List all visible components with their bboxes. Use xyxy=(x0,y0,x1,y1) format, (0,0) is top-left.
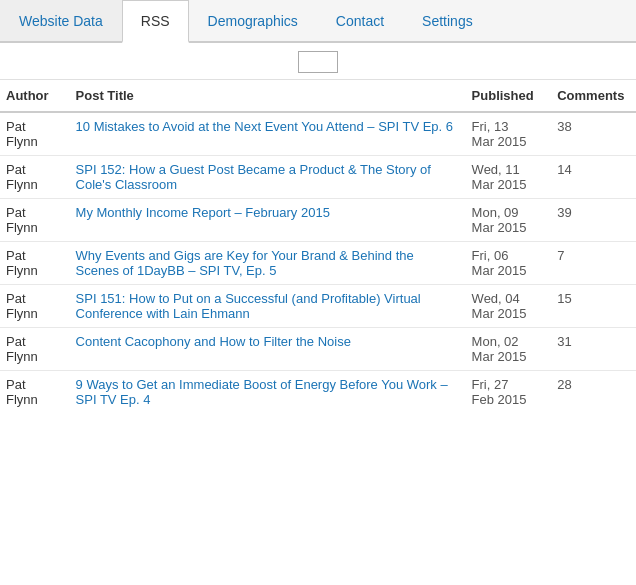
data-table: Author Post Title Published Comments Pat… xyxy=(0,80,636,413)
post-title-link[interactable]: Content Cacophony and How to Filter the … xyxy=(76,334,351,349)
cell-comments: 7 xyxy=(551,242,636,285)
cell-comments: 39 xyxy=(551,199,636,242)
table-row: PatFlynnContent Cacophony and How to Fil… xyxy=(0,328,636,371)
cell-title: My Monthly Income Report – February 2015 xyxy=(70,199,466,242)
post-title-link[interactable]: SPI 151: How to Put on a Successful (and… xyxy=(76,291,421,321)
table-row: PatFlynnSPI 152: How a Guest Post Became… xyxy=(0,156,636,199)
cell-author: PatFlynn xyxy=(0,242,70,285)
cell-published: Mon, 09Mar 2015 xyxy=(466,199,552,242)
cell-comments: 31 xyxy=(551,328,636,371)
table-row: PatFlynnSPI 151: How to Put on a Success… xyxy=(0,285,636,328)
tab-demographics[interactable]: Demographics xyxy=(189,0,317,41)
cell-author: PatFlynn xyxy=(0,328,70,371)
cell-title: 10 Mistakes to Avoid at the Next Event Y… xyxy=(70,112,466,156)
cell-published: Fri, 13Mar 2015 xyxy=(466,112,552,156)
cell-published: Fri, 06Mar 2015 xyxy=(466,242,552,285)
table-row: PatFlynnWhy Events and Gigs are Key for … xyxy=(0,242,636,285)
cell-comments: 14 xyxy=(551,156,636,199)
cell-title: 9 Ways to Get an Immediate Boost of Ener… xyxy=(70,371,466,414)
filter-area xyxy=(0,43,636,80)
table-row: PatFlynnMy Monthly Income Report – Febru… xyxy=(0,199,636,242)
tab-rss[interactable]: RSS xyxy=(122,0,189,43)
cell-title: SPI 151: How to Put on a Successful (and… xyxy=(70,285,466,328)
col-header-author: Author xyxy=(0,80,70,112)
post-title-link[interactable]: My Monthly Income Report – February 2015 xyxy=(76,205,330,220)
cell-comments: 38 xyxy=(551,112,636,156)
cell-comments: 28 xyxy=(551,371,636,414)
post-title-link[interactable]: Why Events and Gigs are Key for Your Bra… xyxy=(76,248,414,278)
tab-website-data[interactable]: Website Data xyxy=(0,0,122,41)
cell-author: PatFlynn xyxy=(0,371,70,414)
cell-published: Fri, 27Feb 2015 xyxy=(466,371,552,414)
cell-title: Content Cacophony and How to Filter the … xyxy=(70,328,466,371)
post-title-link[interactable]: 10 Mistakes to Avoid at the Next Event Y… xyxy=(76,119,453,134)
cell-author: PatFlynn xyxy=(0,112,70,156)
tab-contact[interactable]: Contact xyxy=(317,0,403,41)
cell-author: PatFlynn xyxy=(0,285,70,328)
cell-title: SPI 152: How a Guest Post Became a Produ… xyxy=(70,156,466,199)
cell-comments: 15 xyxy=(551,285,636,328)
cell-published: Wed, 04Mar 2015 xyxy=(466,285,552,328)
col-header-comments: Comments xyxy=(551,80,636,112)
cell-author: PatFlynn xyxy=(0,199,70,242)
col-header-post-title: Post Title xyxy=(70,80,466,112)
tab-bar: Website Data RSS Demographics Contact Se… xyxy=(0,0,636,43)
col-header-published: Published xyxy=(466,80,552,112)
cell-published: Mon, 02Mar 2015 xyxy=(466,328,552,371)
cell-published: Wed, 11Mar 2015 xyxy=(466,156,552,199)
filter-input[interactable] xyxy=(298,51,338,73)
table-row: PatFlynn9 Ways to Get an Immediate Boost… xyxy=(0,371,636,414)
cell-author: PatFlynn xyxy=(0,156,70,199)
post-title-link[interactable]: SPI 152: How a Guest Post Became a Produ… xyxy=(76,162,431,192)
post-title-link[interactable]: 9 Ways to Get an Immediate Boost of Ener… xyxy=(76,377,448,407)
tab-settings[interactable]: Settings xyxy=(403,0,492,41)
table-row: PatFlynn10 Mistakes to Avoid at the Next… xyxy=(0,112,636,156)
cell-title: Why Events and Gigs are Key for Your Bra… xyxy=(70,242,466,285)
